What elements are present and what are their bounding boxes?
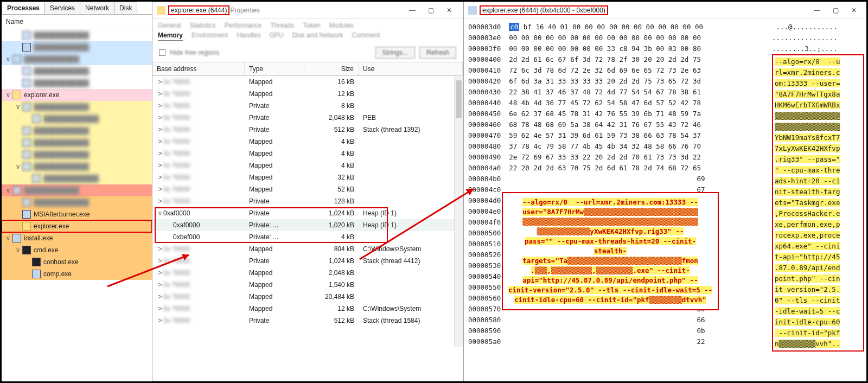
- tab-services[interactable]: Services: [44, 2, 80, 14]
- properties-titlebar: explorer.exe (6444) Properties — ▢ ✕: [152, 2, 463, 18]
- properties-tab[interactable]: General: [158, 22, 181, 29]
- tree-row[interactable]: conhost.exe: [2, 256, 152, 268]
- process-icon: [22, 67, 31, 75]
- tree-row[interactable]: ████████████: [2, 149, 152, 161]
- process-icon: [22, 198, 31, 207]
- memory-row[interactable]: >0x ?0000Mapped32 kB: [152, 171, 463, 183]
- maximize-button[interactable]: ▢: [422, 4, 440, 16]
- properties-tab[interactable]: Handles: [237, 31, 260, 41]
- process-name: ████████████: [34, 139, 89, 146]
- process-name: ████████████: [34, 163, 89, 170]
- properties-tab[interactable]: Memory: [158, 31, 183, 41]
- tree-row[interactable]: ████████████: [2, 65, 152, 77]
- memory-row[interactable]: >0x ?0000Mapped12 kBC:\Windows\System: [152, 303, 463, 315]
- callout-line: ▒▒▒▒▒▒▒▒▒▒▒▒▒yXwKEK42HXfvp.rig33" --: [508, 227, 712, 237]
- properties-tab[interactable]: Environment: [192, 31, 228, 41]
- hex-titlebar: explorer.exe (6444) (0xb4c000 - 0xbef000…: [464, 2, 867, 18]
- scrollbar[interactable]: [454, 76, 463, 347]
- memory-row[interactable]: >0x ?0000Mapped4 kB: [152, 136, 463, 148]
- refresh-button[interactable]: Refresh: [419, 47, 456, 59]
- process-name: explorer.exe: [34, 222, 69, 230]
- tree-row[interactable]: vcmd.exe: [2, 244, 152, 256]
- tab-network[interactable]: Network: [80, 2, 114, 14]
- process-name: ████████████: [34, 151, 89, 158]
- tree-row[interactable]: ████████████: [2, 137, 152, 149]
- tree-column-header: Name: [2, 15, 152, 29]
- tree-row[interactable]: v████████████: [2, 184, 152, 196]
- properties-tab[interactable]: Modules: [329, 22, 353, 29]
- memory-row[interactable]: >0x ?0000Mapped20,484 kB: [152, 291, 463, 303]
- tree-row[interactable]: ████████████: [2, 41, 152, 53]
- callout-line: pass="" --cpu-max-threads-hint=20 --cini…: [508, 237, 712, 246]
- memory-row[interactable]: >0x ?0000Mapped4 kB: [152, 148, 463, 159]
- close-button[interactable]: ✕: [845, 4, 863, 16]
- col-use[interactable]: Use: [359, 62, 463, 75]
- memory-row[interactable]: >0x ?0000Mapped16 kB: [152, 76, 463, 88]
- col-base-address[interactable]: Base address: [152, 62, 245, 75]
- tree-row[interactable]: ████████████: [2, 125, 152, 137]
- process-tree[interactable]: ████████████████████████v███████████████…: [2, 29, 152, 376]
- properties-tab[interactable]: Token: [303, 22, 320, 29]
- tab-processes[interactable]: Processes: [2, 2, 45, 14]
- memory-row[interactable]: >0x ?0000Mapped12 kB: [152, 88, 463, 100]
- process-name: ████████████: [24, 187, 79, 194]
- process-name: ████████████: [34, 103, 89, 111]
- tab-disk[interactable]: Disk: [114, 2, 137, 14]
- process-icon: [22, 138, 31, 147]
- memory-grid[interactable]: >0x ?0000Mapped16 kB>0x ?0000Mapped12 kB…: [152, 76, 463, 347]
- memory-row[interactable]: >0x ?0000Private2,048 kBPEB: [152, 112, 463, 124]
- process-icon: [22, 222, 31, 231]
- tree-row[interactable]: MSIAfterburner.exe: [2, 208, 152, 220]
- tree-row[interactable]: ████████████: [2, 196, 152, 208]
- tree-row[interactable]: vinstall.exe: [2, 232, 152, 244]
- memory-row[interactable]: >0x ?0000Mapped52 kB: [152, 183, 463, 195]
- properties-tab[interactable]: Disk and Network: [292, 31, 343, 41]
- tree-row[interactable]: v████████████: [2, 161, 152, 173]
- process-icon: [22, 31, 31, 40]
- folder-icon: [157, 6, 165, 15]
- process-icon: [22, 162, 31, 171]
- callout-line: stealth-: [508, 246, 712, 256]
- callout-line: cinit-idle-cpu=60 --cinit-id="pkf▒▒▒▒▒▒▒…: [508, 295, 712, 305]
- memory-row[interactable]: >0x ?0000Mapped4 kB: [152, 159, 463, 171]
- tree-row[interactable]: vexplorer.exe: [2, 89, 152, 101]
- tree-row[interactable]: v████████████: [2, 101, 152, 113]
- tree-row[interactable]: ████████████: [2, 113, 152, 125]
- memory-row[interactable]: >0x ?0000Private8 kB: [152, 100, 463, 112]
- memory-row[interactable]: >0x ?0000Private128 kB: [152, 195, 463, 207]
- process-name: explorer.exe: [24, 91, 59, 99]
- tree-row[interactable]: ████████████: [2, 29, 152, 41]
- memory-row[interactable]: >0x ?0000Private512 kBStack (thread 1584…: [152, 315, 463, 327]
- memory-row[interactable]: >0x ?0000Mapped1,540 kB: [152, 279, 463, 291]
- tree-row[interactable]: comp.exe: [2, 268, 152, 280]
- properties-tab[interactable]: Statistics: [190, 22, 216, 29]
- process-name: cmd.exe: [34, 246, 58, 254]
- properties-tab[interactable]: Performance: [225, 22, 262, 29]
- col-size[interactable]: Size: [304, 62, 359, 75]
- minimize-button[interactable]: —: [403, 4, 422, 16]
- col-type[interactable]: Type: [245, 62, 304, 75]
- tree-row[interactable]: ████████████: [2, 173, 152, 184]
- memory-row[interactable]: >0x ?0000Mapped2,048 kB: [152, 267, 463, 279]
- tree-row[interactable]: explorer.exe: [2, 220, 152, 232]
- memory-grid-header: Base address Type Size Use: [152, 62, 463, 76]
- maximize-button[interactable]: ▢: [826, 4, 845, 16]
- properties-window: explorer.exe (6444) Properties — ▢ ✕ Gen…: [152, 2, 463, 381]
- properties-tab[interactable]: Threads: [270, 22, 294, 29]
- process-icon: [12, 91, 21, 99]
- process-icon: [22, 210, 31, 219]
- tree-row[interactable]: ████████████: [2, 77, 152, 89]
- strings-button[interactable]: Strings...: [375, 47, 415, 59]
- properties-tab[interactable]: GPU: [269, 31, 283, 41]
- hex-title: explorer.exe (6444) (0xb4c000 - 0xbef000…: [480, 6, 608, 15]
- app-icon: [468, 6, 477, 15]
- memory-row[interactable]: >0x ?0000Private1,024 kBStack (thread 44…: [152, 255, 463, 267]
- close-button[interactable]: ✕: [440, 4, 458, 16]
- memory-toolbar: Hide free regions Strings... Refresh: [152, 43, 463, 62]
- memory-row[interactable]: >0x ?0000Mapped804 kBC:\Windows\System: [152, 243, 463, 255]
- hide-free-checkbox[interactable]: [159, 49, 165, 56]
- minimize-button[interactable]: —: [808, 4, 826, 16]
- properties-tab[interactable]: Comment: [352, 31, 380, 41]
- memory-row[interactable]: >0x ?0000Private512 kBStack (thread 1392…: [152, 124, 463, 136]
- tree-row[interactable]: v████████████: [2, 53, 152, 65]
